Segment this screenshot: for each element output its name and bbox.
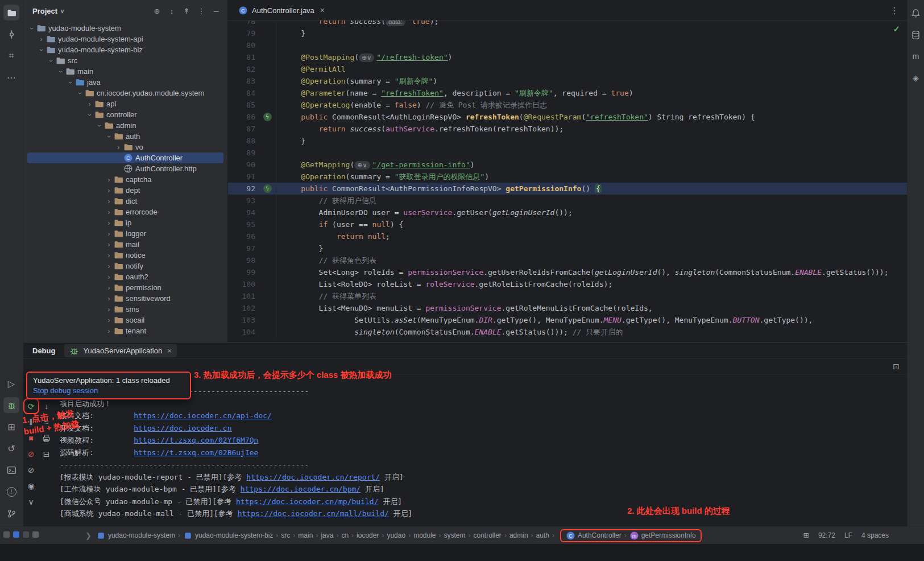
line-ending[interactable]: LF xyxy=(844,531,852,539)
problems-icon[interactable]: ! xyxy=(3,484,19,500)
scroll-end-icon[interactable]: ↓ xyxy=(40,400,53,412)
tree-item-admin[interactable]: ›admin xyxy=(27,120,223,131)
stop-debug-session-link[interactable]: Stop debug session xyxy=(33,386,98,395)
line-number[interactable]: 102 xyxy=(228,302,259,314)
terminal-icon[interactable] xyxy=(3,462,19,478)
chevron-right-icon[interactable]: › xyxy=(105,230,113,238)
line-number[interactable]: 103 xyxy=(228,314,259,326)
chevron-right-icon[interactable]: › xyxy=(105,176,113,184)
line-number[interactable]: 91 xyxy=(228,171,259,183)
line-number[interactable]: 95 xyxy=(228,218,259,230)
tree-item-tenant[interactable]: ›tenant xyxy=(27,325,223,336)
chevron-down-icon[interactable]: › xyxy=(86,110,94,119)
stop-icon[interactable]: ■ xyxy=(25,432,38,444)
debug-session-tab[interactable]: YudaoServerApplication × xyxy=(64,344,176,357)
breadcrumb-item-admin[interactable]: admin xyxy=(509,531,528,539)
tree-item-notify[interactable]: ›notify xyxy=(27,261,223,271)
breadcrumb-item-authcontroller[interactable]: CAuthController xyxy=(566,531,621,541)
tree-item-permission[interactable]: ›permission xyxy=(27,282,223,293)
run-icon[interactable]: ▷ xyxy=(3,376,19,391)
chevron-right-icon[interactable]: › xyxy=(114,143,123,151)
plugins-icon[interactable]: ◈ xyxy=(909,71,923,85)
chevron-down-icon[interactable]: › xyxy=(57,67,65,76)
chevron-down-icon[interactable]: › xyxy=(76,89,84,97)
database-icon[interactable] xyxy=(909,27,923,42)
notifications-icon[interactable] xyxy=(909,6,923,20)
tree-item-authcontroller-http[interactable]: ›AuthController.http xyxy=(27,163,223,174)
tree-item-main[interactable]: ›main xyxy=(27,66,223,77)
console-link[interactable]: https://t.zsxq.com/02B6ujIee xyxy=(134,448,258,457)
breadcrumb-item-cn[interactable]: cn xyxy=(341,531,349,539)
editor-pane[interactable]: C AuthController.java × ⋮ ✓ 78 return su… xyxy=(228,0,907,342)
line-number[interactable]: 80 xyxy=(228,39,259,51)
history-icon[interactable]: ↺ xyxy=(3,440,19,456)
tree-item-errorcode[interactable]: ›errorcode xyxy=(27,207,223,217)
services-icon[interactable]: ⊞ xyxy=(3,419,19,435)
editor-columns-icon[interactable]: ⊞ xyxy=(803,531,809,539)
tree-item-src[interactable]: ›src xyxy=(27,55,223,66)
breadcrumb-item-yudao-module-system-biz[interactable]: yudao-module-system-biz xyxy=(183,531,273,541)
caret-position[interactable]: 92:72 xyxy=(818,531,835,539)
rerun-icon[interactable]: ⟳ xyxy=(25,400,38,412)
layout-settings-icon[interactable]: ⊡ xyxy=(890,360,902,373)
console-link[interactable]: https://doc.iocoder.cn/report/ xyxy=(246,473,380,481)
tree-item-auth[interactable]: ›auth xyxy=(27,131,223,142)
chevron-down-icon[interactable]: › xyxy=(105,132,113,141)
line-number[interactable]: 83 xyxy=(228,75,259,87)
debug-icon[interactable] xyxy=(3,397,19,413)
tree-item-cn-iocoder-yudao-module-system[interactable]: ›cn.iocoder.yudao.module.system xyxy=(27,88,223,98)
line-number[interactable]: 89 xyxy=(228,147,259,159)
tree-item-sms[interactable]: ›sms xyxy=(27,304,223,315)
mute-breakpoints-icon[interactable]: ⊘ xyxy=(25,464,38,476)
tree-item-mail[interactable]: ›mail xyxy=(27,239,223,250)
camera-icon[interactable]: ◉ xyxy=(25,480,38,492)
tree-item-java[interactable]: ›java xyxy=(27,77,223,88)
tree-item-captcha[interactable]: ›captcha xyxy=(27,174,223,185)
view-breakpoints-icon[interactable]: ⊘ xyxy=(25,448,38,460)
console-link[interactable]: https://doc.iocoder.cn/bpm/ xyxy=(241,485,361,493)
line-number[interactable]: 78 xyxy=(228,20,259,27)
chevron-right-icon[interactable]: › xyxy=(105,306,113,314)
tree-item-authcontroller[interactable]: ›CAuthController xyxy=(27,152,223,163)
line-number[interactable]: 86 xyxy=(228,111,259,123)
maven-icon[interactable]: m xyxy=(909,49,923,64)
line-number[interactable]: 93 xyxy=(228,195,259,207)
chevron-right-icon[interactable]: › xyxy=(105,316,113,324)
chevron-right-icon[interactable]: › xyxy=(37,35,45,43)
project-view-selector[interactable]: Project ∨ xyxy=(32,7,64,15)
editor-options-kebab-icon[interactable]: ⋮ xyxy=(886,2,902,18)
breadcrumb-item-system[interactable]: system xyxy=(444,531,466,539)
chevron-right-icon[interactable]: › xyxy=(105,262,113,270)
tree-item-notice[interactable]: ›notice xyxy=(27,250,223,261)
breadcrumb-item-yudao[interactable]: yudao xyxy=(387,531,405,539)
collapse-all-icon[interactable]: ↟ xyxy=(180,4,193,18)
line-number[interactable]: 87 xyxy=(228,123,259,135)
line-number[interactable]: 88 xyxy=(228,135,259,147)
line-number[interactable]: 101 xyxy=(228,290,259,302)
locate-file-icon[interactable]: ⊕ xyxy=(150,4,164,18)
tree-item-controller[interactable]: ›controller xyxy=(27,109,223,120)
breadcrumb-item-getpermissioninfo[interactable]: mgetPermissionInfo xyxy=(629,531,696,541)
tree-item-dept[interactable]: ›dept xyxy=(27,185,223,196)
line-number[interactable]: 90 xyxy=(228,159,259,171)
git-icon[interactable] xyxy=(3,505,19,521)
line-number[interactable]: 97 xyxy=(228,242,259,254)
chevron-down-icon[interactable]: › xyxy=(47,56,55,65)
tree-item-logger[interactable]: ›logger xyxy=(27,228,223,239)
line-number[interactable]: 98 xyxy=(228,254,259,266)
console-link[interactable]: https://t.zsxq.com/02Yf6M7Qn xyxy=(134,436,258,444)
tree-item-sensitiveword[interactable]: ›sensitiveword xyxy=(27,293,223,304)
clear-icon[interactable]: ⊟ xyxy=(40,448,53,460)
breadcrumb-item-auth[interactable]: auth xyxy=(536,531,549,539)
breadcrumb-item-java[interactable]: java xyxy=(321,531,333,539)
chevron-right-icon[interactable]: › xyxy=(105,295,113,303)
line-number[interactable]: 96 xyxy=(228,230,259,242)
line-number[interactable]: 92 xyxy=(228,183,259,195)
breadcrumb-item-controller[interactable]: controller xyxy=(474,531,502,539)
chevron-right-icon[interactable]: › xyxy=(105,251,113,259)
inspection-ok-icon[interactable]: ✓ xyxy=(893,24,900,34)
chevron-right-icon[interactable]: › xyxy=(105,197,113,205)
print-icon[interactable] xyxy=(40,432,53,444)
line-number[interactable]: 85 xyxy=(228,99,259,111)
line-number[interactable]: 82 xyxy=(228,63,259,75)
